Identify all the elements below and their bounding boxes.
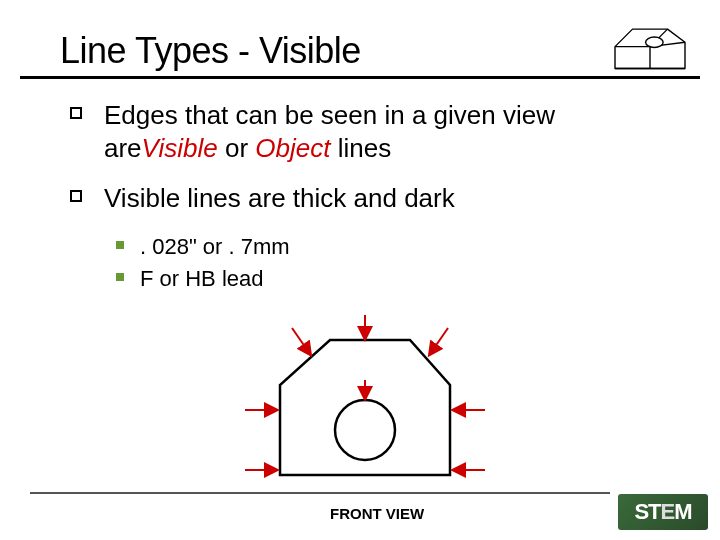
footer-rule (30, 492, 610, 494)
front-view-diagram (220, 310, 500, 505)
sub-bullet-2-text: F or HB lead (140, 265, 264, 294)
stem-logo: STEM (618, 494, 708, 530)
bullet-list-level1: Edges that can be seen in a given view a… (70, 99, 660, 215)
svg-point-4 (335, 400, 395, 460)
sub-bullet-square-icon (116, 241, 124, 249)
bullet-item-2: Visible lines are thick and dark (70, 182, 660, 215)
sub-bullet-1: . 028" or . 7mm (116, 233, 720, 262)
slide-title: Line Types - Visible (60, 30, 690, 72)
b1-em-visible: Visible (142, 133, 218, 163)
bullet-square-icon (70, 190, 82, 202)
b1-suffix: lines (330, 133, 391, 163)
title-row: Line Types - Visible (60, 30, 690, 72)
slide: Line Types - Visible Edges that can be s… (0, 0, 720, 540)
b1-em-object: Object (255, 133, 330, 163)
stem-logo-text: STEM (634, 499, 691, 525)
sub-bullet-square-icon (116, 273, 124, 281)
bullet-1-text: Edges that can be seen in a given view a… (104, 99, 660, 164)
bullet-2-text: Visible lines are thick and dark (104, 182, 660, 215)
b1-mid: or (218, 133, 256, 163)
bullet-square-icon (70, 107, 82, 119)
front-view-label: FRONT VIEW (330, 505, 424, 522)
sub-bullet-2: F or HB lead (116, 265, 720, 294)
bullet-item-1: Edges that can be seen in a given view a… (70, 99, 660, 164)
svg-line-7 (430, 328, 448, 354)
stem-logo-e: E (661, 499, 675, 524)
bullet-list-level2: . 028" or . 7mm F or HB lead (116, 233, 720, 294)
svg-line-6 (292, 328, 310, 354)
sub-bullet-1-text: . 028" or . 7mm (140, 233, 290, 262)
title-underline (20, 76, 700, 79)
